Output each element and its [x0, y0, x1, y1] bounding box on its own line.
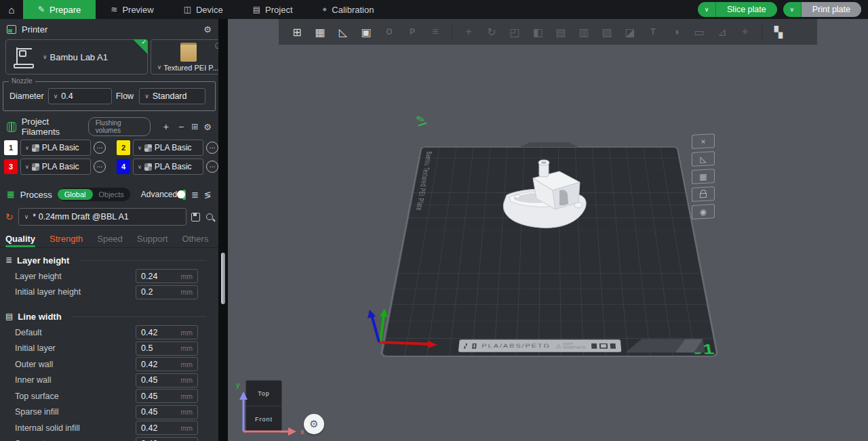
filaments-section-header: Project Filaments Flushing volumes + − ⊞… — [0, 118, 218, 135]
plate-type-selector-card[interactable]: ⓘ ∨ Textured PEI P... — [151, 39, 218, 75]
sparse-infill-line-width-input[interactable]: 0.45 mm — [136, 405, 198, 419]
arrange-icon: ▦ — [699, 171, 707, 182]
scale-icon[interactable]: ◰ — [505, 26, 525, 39]
mesh-boolean-icon[interactable]: ▨ — [597, 26, 617, 39]
clone-icon[interactable]: O — [379, 27, 399, 37]
tab-calibration[interactable]: ⌖ Calibration — [308, 0, 389, 19]
filament-4-color-swatch[interactable]: 4 — [117, 159, 130, 174]
default-line-width-input[interactable]: 0.42 mm — [136, 325, 198, 339]
initial-layer-line-width-input[interactable]: 0.5 mm — [136, 341, 198, 356]
filament-4-select[interactable]: ∨ PLA Basic — [133, 159, 203, 175]
scope-objects-button[interactable]: Objects — [93, 189, 130, 200]
support-paint-icon[interactable]: ⊿ — [712, 26, 732, 39]
move-icon[interactable]: + — [458, 26, 479, 38]
tab-project[interactable]: ▤ Project — [238, 0, 308, 19]
filament-1-select[interactable]: ∨ PLA Basic — [20, 140, 91, 156]
reset-preset-icon[interactable]: ↻ — [5, 211, 14, 222]
setting-unit: mm — [181, 288, 198, 296]
viewport-toolbar: ⊞ ▦ ◺ ▣ O P ≡ + ↻ ◰ ◧ ▤ ▥ ▨ ◪ T ◑ ▭ ⊿ ⌖ … — [279, 19, 817, 45]
parameter-list-icon[interactable]: ≣ — [191, 190, 199, 200]
filament-1-edit-button[interactable]: ⋯ — [94, 142, 106, 154]
home-button[interactable]: ⌂ — [0, 0, 23, 19]
filament-settings-gear-icon[interactable]: ⚙ — [203, 122, 212, 132]
tab-preview[interactable]: ≋ Preview — [96, 0, 168, 19]
filament-2-select[interactable]: ∨ PLA Basic — [133, 140, 203, 156]
internal-solid-infill-line-width-input[interactable]: 0.42 mm — [136, 421, 198, 435]
layer-height-input[interactable]: 0.24 mm — [136, 269, 198, 283]
3d-viewport[interactable]: ⊞ ▦ ◺ ▣ O P ≡ + ↻ ◰ ◧ ▤ ▥ ▨ ◪ T ◑ ▭ ⊿ ⌖ … — [228, 19, 868, 441]
filament-4-edit-button[interactable]: ⋯ — [206, 161, 218, 173]
add-plate-icon[interactable]: ▦ — [310, 26, 330, 39]
split-to-parts-icon[interactable]: ▥ — [574, 26, 594, 39]
printer-settings-gear-icon[interactable]: ⚙ — [203, 24, 212, 35]
initial-layer-height-input[interactable]: 0.2 mm — [136, 285, 198, 299]
search-settings-icon[interactable] — [206, 213, 213, 220]
tab-prepare[interactable]: ✎ Prepare — [23, 0, 96, 19]
filament-1-color-swatch[interactable]: 1 — [4, 140, 18, 155]
setting-label: Inner wall — [15, 375, 52, 385]
lock-plate-button[interactable] — [692, 186, 715, 202]
slice-dropdown-button[interactable]: ∨ — [698, 2, 716, 17]
filament-1-name: PLA Basic — [42, 143, 79, 152]
slice-plate-button[interactable]: Slice plate — [716, 2, 777, 17]
view-settings-ball[interactable]: ⚙ — [304, 414, 324, 434]
benchy-model[interactable] — [494, 158, 599, 239]
top-surface-line-width-input[interactable]: 0.45 mm — [136, 389, 198, 403]
filament-2-edit-button[interactable]: ⋯ — [206, 142, 218, 154]
lay-flat-icon[interactable]: ◧ — [528, 26, 548, 39]
filament-2-color-swatch[interactable]: 2 — [117, 140, 130, 155]
tab-speed[interactable]: Speed — [97, 230, 123, 247]
delete-plate-button[interactable]: × — [692, 133, 715, 149]
save-preset-icon[interactable] — [191, 213, 200, 222]
text-tool-icon[interactable]: T — [643, 27, 663, 37]
flow-select[interactable]: ∨ Standard — [139, 88, 205, 104]
outer-wall-line-width-input[interactable]: 0.42 mm — [136, 357, 198, 371]
arrange-plate-button[interactable]: ▦ — [692, 169, 715, 184]
printer-selector-card[interactable]: ✓ ∨ Bambu Lab A1 — [5, 39, 148, 75]
tab-strength[interactable]: Strength — [50, 230, 83, 247]
sidebar-scrollbar-thumb[interactable] — [221, 253, 225, 304]
compare-presets-icon[interactable]: ≶ — [204, 190, 212, 200]
chevron-down-icon: ∨ — [54, 93, 58, 100]
tab-device[interactable]: ◫ Device — [169, 0, 238, 19]
diameter-select[interactable]: ∨ 0.4 — [48, 88, 112, 104]
filament-3-color-swatch[interactable]: 3 — [4, 159, 18, 174]
edit-plate-name-icon[interactable]: ✎ — [415, 112, 427, 126]
flushing-volumes-button[interactable]: Flushing volumes — [88, 117, 151, 136]
auto-orient-plate-button[interactable]: ◺ — [692, 151, 715, 167]
tab-quality[interactable]: Quality — [5, 230, 35, 247]
process-preset-select[interactable]: ∨ * 0.24mm Draft @BBL A1 — [18, 208, 186, 226]
print-plate-button[interactable]: Print plate — [802, 2, 861, 17]
tab-device-label: Device — [196, 5, 223, 15]
paste-icon[interactable]: P — [402, 27, 422, 37]
inner-wall-line-width-input[interactable]: 0.45 mm — [136, 373, 198, 387]
color-paint-icon[interactable]: ◑ — [666, 26, 686, 38]
ams-sync-icon[interactable]: ⊞ — [191, 122, 198, 131]
remove-filament-button[interactable]: − — [176, 121, 186, 132]
auto-orient-icon[interactable]: ◺ — [333, 26, 353, 39]
tab-support[interactable]: Support — [137, 230, 168, 247]
tab-others[interactable]: Others — [182, 230, 208, 247]
seam-paint-icon[interactable]: ⌖ — [735, 26, 755, 38]
support-line-width-input[interactable]: 0.42 mm — [136, 437, 198, 441]
toolbar-separator — [762, 25, 762, 39]
plate-settings-button[interactable]: ◉ — [692, 204, 715, 219]
assembly-view-icon[interactable]: ▚ — [768, 26, 789, 39]
printer-section-title: Printer — [22, 24, 47, 35]
rotate-icon[interactable]: ↻ — [481, 26, 502, 39]
nozzle-fieldset: Nozzle Diameter ∨ 0.4 Flow ∨ Standard — [3, 81, 216, 111]
arrange-icon[interactable]: ▣ — [356, 26, 376, 39]
advanced-toggle[interactable] — [182, 190, 186, 200]
split-to-objects-icon[interactable]: ▤ — [551, 26, 571, 39]
variable-layer-height-icon[interactable]: ≡ — [425, 26, 446, 38]
filament-3-edit-button[interactable]: ⋯ — [94, 161, 106, 173]
scope-global-button[interactable]: Global — [58, 189, 93, 200]
print-dropdown-button[interactable]: ∨ — [783, 2, 802, 17]
sidebar-scrollbar-track[interactable] — [218, 19, 228, 441]
setting-unit: mm — [181, 408, 198, 416]
measure-icon[interactable]: ▭ — [689, 26, 709, 39]
add-object-icon[interactable]: ⊞ — [287, 26, 307, 39]
cut-icon[interactable]: ◪ — [620, 26, 640, 39]
add-filament-button[interactable]: + — [161, 121, 171, 132]
filament-3-select[interactable]: ∨ PLA Basic — [20, 159, 91, 175]
